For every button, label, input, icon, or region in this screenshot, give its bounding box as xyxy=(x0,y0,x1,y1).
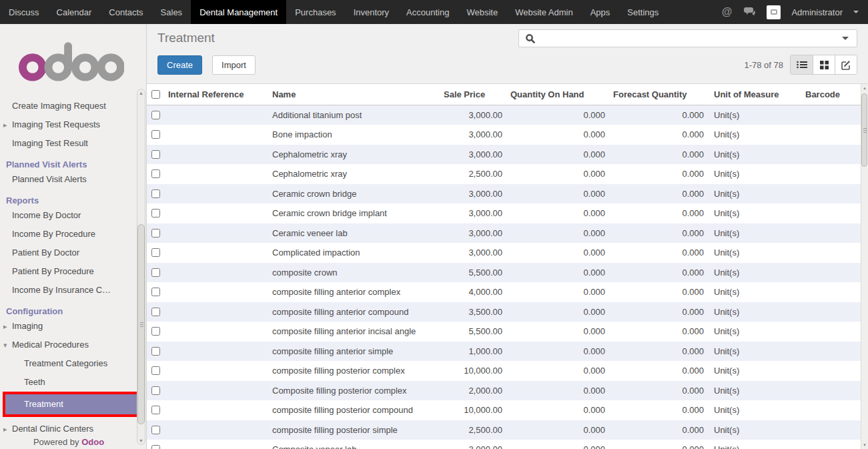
table-row[interactable]: Cephalometric xray3,000.000.0000.000Unit… xyxy=(147,145,861,165)
table-row[interactable]: Ceramic crown bridge implant3,000.000.00… xyxy=(147,204,861,224)
sidebar-item-income-by-procedure[interactable]: Income By Procedure xyxy=(0,228,137,241)
chevron-right-icon[interactable]: ▸ xyxy=(3,118,7,131)
sidebar-item-imaging-test-result[interactable]: Imaging Test Result xyxy=(0,137,137,150)
sidebar-item-patient-by-doctor[interactable]: Patient By Doctor xyxy=(0,246,137,260)
table-row[interactable]: composite filling posterior complex10,00… xyxy=(147,362,861,382)
table-row[interactable]: composite filling anterior incisal angle… xyxy=(147,322,861,342)
create-button[interactable]: Create xyxy=(157,55,202,75)
table-row[interactable]: Bone impaction3,000.000.0000.000Unit(s) xyxy=(147,125,861,145)
row-checkbox[interactable] xyxy=(151,189,160,198)
row-checkbox[interactable] xyxy=(151,150,160,159)
row-checkbox[interactable] xyxy=(151,248,160,257)
row-checkbox[interactable] xyxy=(151,268,160,277)
cell-name: Complicated impaction xyxy=(267,248,439,258)
sidebar-item-income-by-insurance-c-[interactable]: Income By Insurance C… xyxy=(0,284,137,297)
sidebar-item-create-imaging-request[interactable]: Create Imaging Request xyxy=(0,99,137,113)
nav-item-sales[interactable]: Sales xyxy=(152,0,191,24)
nav-item-website-admin[interactable]: Website Admin xyxy=(506,0,581,24)
column-header-name[interactable]: Name xyxy=(267,89,439,99)
row-checkbox[interactable] xyxy=(151,386,160,395)
scroll-down-icon[interactable]: ▼ xyxy=(861,443,868,447)
nav-item-calendar[interactable]: Calendar xyxy=(48,0,101,24)
column-header-internal-reference[interactable]: Internal Reference xyxy=(164,89,267,99)
table-row[interactable]: Composite veneer lab3,000.000.0000.000Un… xyxy=(147,440,861,449)
user-avatar[interactable] xyxy=(767,5,781,19)
row-checkbox[interactable] xyxy=(151,308,160,316)
table-row[interactable]: composite crown5,500.000.0000.000Unit(s) xyxy=(147,263,861,283)
form-view-button[interactable] xyxy=(835,55,857,74)
table-row[interactable]: Complicated impaction3,000.000.0000.000U… xyxy=(147,244,861,264)
nav-item-purchases[interactable]: Purchases xyxy=(286,0,344,24)
table-row[interactable]: Additional titanium post3,000.000.0000.0… xyxy=(147,105,861,125)
column-header-sale-price[interactable]: Sale Price xyxy=(439,89,506,99)
nav-item-dental-management[interactable]: Dental Management xyxy=(191,0,286,24)
row-checkbox[interactable] xyxy=(151,327,160,336)
column-header-quantity-on-hand[interactable]: Quantity On Hand xyxy=(506,89,608,99)
nav-item-settings[interactable]: Settings xyxy=(618,0,667,24)
table-row[interactable]: composite filling posterior compound10,0… xyxy=(147,401,861,421)
column-header-forecast-quantity[interactable]: Forecast Quantity xyxy=(608,89,707,99)
table-row[interactable]: composite filling anterior compound3,500… xyxy=(147,302,861,322)
table-row[interactable]: Cephalometric xray2,500.000.0000.000Unit… xyxy=(147,165,861,185)
sidebar-item-teeth[interactable]: Teeth xyxy=(0,376,137,389)
row-checkbox[interactable] xyxy=(151,130,160,139)
table-row[interactable]: composite filling anterior complex4,000.… xyxy=(147,283,861,303)
kanban-view-button[interactable] xyxy=(813,55,835,74)
nav-item-accounting[interactable]: Accounting xyxy=(398,0,458,24)
chevron-right-icon[interactable]: ▸ xyxy=(3,320,7,333)
nav-item-discuss[interactable]: Discuss xyxy=(0,0,48,24)
sidebar-item-imaging[interactable]: ▸Imaging xyxy=(0,320,137,333)
sidebar-item-medical-procedures[interactable]: ▾Medical Procedures xyxy=(0,338,137,352)
sidebar-item-treatment-categories[interactable]: Treatment Categories xyxy=(0,357,137,370)
scroll-up-icon[interactable]: ▲ xyxy=(137,91,145,95)
sidebar-item-dental-clinic-centers[interactable]: ▸Dental Clinic Centers xyxy=(0,422,137,436)
row-checkbox[interactable] xyxy=(151,288,160,296)
at-mention-icon[interactable]: @ xyxy=(722,6,733,18)
list-view-button[interactable] xyxy=(791,55,813,74)
column-header-unit-of-measure[interactable]: Unit of Measure xyxy=(707,89,799,99)
row-checkbox[interactable] xyxy=(151,229,160,238)
user-menu-caret-icon[interactable] xyxy=(853,11,859,13)
table-scrollbar[interactable]: ▲ ▼ xyxy=(861,84,868,449)
scroll-up-icon[interactable]: ▲ xyxy=(861,86,868,90)
row-checkbox[interactable] xyxy=(151,426,160,434)
sidebar-scrollbar-thumb[interactable] xyxy=(137,224,145,424)
table-row[interactable]: Ceramic veneer lab3,000.000.0000.000Unit… xyxy=(147,223,861,244)
row-checkbox[interactable] xyxy=(151,445,160,449)
nav-item-apps[interactable]: Apps xyxy=(582,0,619,24)
cell-name: composite filling posterior complex xyxy=(267,366,439,376)
chevron-down-icon[interactable]: ▾ xyxy=(3,338,7,352)
sidebar-item-income-by-doctor[interactable]: Income By Doctor xyxy=(0,209,137,222)
search-filters-caret-icon[interactable] xyxy=(842,37,849,40)
messages-icon[interactable] xyxy=(743,7,756,17)
sidebar-item-patient-by-procedure[interactable]: Patient By Procedure xyxy=(0,265,137,278)
column-header-barcode[interactable]: Barcode xyxy=(799,89,861,99)
row-checkbox[interactable] xyxy=(151,406,160,414)
table-scrollbar-thumb[interactable] xyxy=(861,93,867,167)
sidebar-scrollbar[interactable]: ▲ ▼ xyxy=(137,89,145,445)
nav-item-inventory[interactable]: Inventory xyxy=(345,0,398,24)
cell-sale-price: 3,000.00 xyxy=(439,248,506,258)
row-checkbox[interactable] xyxy=(151,169,160,178)
nav-item-website[interactable]: Website xyxy=(458,0,506,24)
sidebar-item-planned-visit-alerts[interactable]: Planned Visit Alerts xyxy=(0,173,137,186)
row-checkbox[interactable] xyxy=(151,347,160,356)
table-row[interactable]: Ceramic crown bridge3,000.000.0000.000Un… xyxy=(147,184,861,204)
nav-item-contacts[interactable]: Contacts xyxy=(100,0,151,24)
select-all-checkbox[interactable] xyxy=(151,90,160,99)
sidebar-item-imaging-test-requests[interactable]: ▸Imaging Test Requests xyxy=(0,118,137,131)
table-row[interactable]: composite filling anterior simple1,000.0… xyxy=(147,342,861,362)
table-row[interactable]: Composite filling posterior complex2,000… xyxy=(147,381,861,401)
chevron-right-icon[interactable]: ▸ xyxy=(3,422,7,436)
user-menu-label[interactable]: Administrator xyxy=(791,7,843,17)
search-input[interactable] xyxy=(536,30,842,47)
row-checkbox[interactable] xyxy=(151,111,160,119)
row-checkbox[interactable] xyxy=(151,209,160,217)
table-row[interactable]: composite filling posterior simple2,500.… xyxy=(147,420,861,440)
powered-by-brand[interactable]: Odoo xyxy=(81,437,104,447)
scroll-down-icon[interactable]: ▼ xyxy=(137,438,145,443)
import-button[interactable]: Import xyxy=(212,55,256,75)
odoo-app-window: DiscussCalendarContactsSalesDental Manag… xyxy=(0,0,868,449)
row-checkbox[interactable] xyxy=(151,366,160,375)
sidebar-item-treatment[interactable]: Treatment xyxy=(5,394,137,414)
